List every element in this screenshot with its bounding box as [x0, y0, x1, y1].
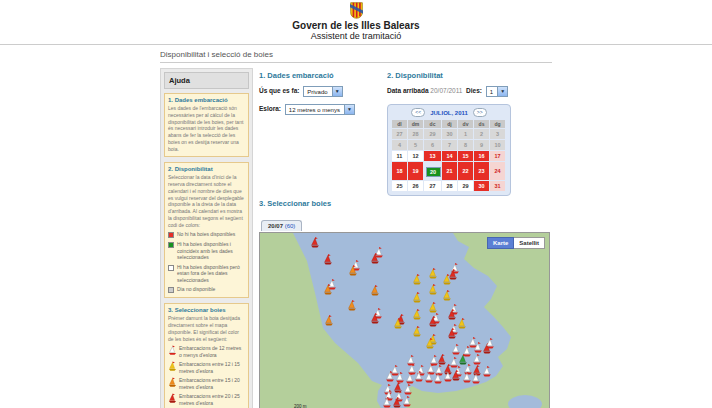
calendar-week: 11121314151617: [392, 151, 505, 161]
calendar-week: 18192021222324: [392, 162, 505, 180]
availability-section: 2. Disponibilitat Data arribada 20/07/20…: [387, 68, 552, 196]
calendar-day-cell[interactable]: 2: [474, 129, 489, 139]
calendar-day-cell[interactable]: 19: [408, 162, 423, 180]
chevron-down-icon: ▼: [497, 87, 507, 96]
legend-item: Embarcacions entre 12 i 15 metres d'eslo…: [168, 361, 245, 374]
calendar-month-title: JULIOL, 2011: [430, 110, 468, 116]
chevron-down-icon: ▼: [332, 87, 342, 96]
calendar-day-cell[interactable]: 5: [408, 140, 423, 150]
calendar-day-cell[interactable]: 21: [442, 162, 457, 180]
calendar-day-cell[interactable]: 6: [424, 140, 441, 150]
calendar-day-cell[interactable]: 29: [458, 181, 473, 191]
site-header: Govern de les Illes Balears Assistent de…: [0, 0, 712, 45]
calendar-color-legend: No hi ha boies disponibles Hi ha boies d…: [168, 231, 245, 293]
calendar-day-cell[interactable]: 4: [392, 140, 407, 150]
legend-item: No hi ha boies disponibles: [168, 231, 245, 238]
calendar-day-cell[interactable]: 8: [458, 140, 473, 150]
usage-select[interactable]: Privado ▼: [303, 86, 342, 97]
boat-icon: [168, 345, 177, 355]
calendar-day-cell[interactable]: 24: [490, 162, 505, 180]
arrival-date-label: Data arribada: [387, 87, 429, 94]
calendar-day-cell[interactable]: 1: [458, 129, 473, 139]
section-title-disponibilitat: 2. Disponibilitat: [387, 71, 552, 80]
calendar-week: 27282930123: [392, 129, 505, 139]
calendar-day-cell[interactable]: 10: [490, 140, 505, 150]
calendar-day-cell[interactable]: 13: [424, 151, 441, 161]
satellite-type-button[interactable]: Satellit: [514, 237, 545, 249]
legend-swatch: [168, 287, 174, 293]
help-section-title: 1. Dades embarcació: [168, 97, 245, 103]
arrival-date-value: 20/07/2011: [430, 87, 462, 94]
legend-item: Embarcacions entre 20 i 25 metres d'eslo…: [168, 393, 245, 406]
buoy-map[interactable]: Karte Satellit Google 200 m 500 ft Karte…: [259, 232, 550, 408]
help-section-title: 3. Seleccionar boies: [168, 307, 245, 313]
calendar-day-cell[interactable]: 16: [474, 151, 489, 161]
map-type-button[interactable]: Karte: [487, 237, 514, 249]
length-select[interactable]: 12 metres o menys ▼: [285, 104, 355, 115]
calendar-week: 45678910: [392, 140, 505, 150]
calendar-day-cell[interactable]: 22: [458, 162, 473, 180]
length-label: Eslora:: [259, 105, 281, 112]
calendar-prev-button[interactable]: <<: [411, 108, 425, 117]
legend-item: Hi ha boies disponibles i coincideix amb…: [168, 241, 245, 261]
coat-of-arms-icon: [350, 2, 363, 19]
legend-swatch: [168, 232, 174, 238]
help-section-disponibilitat: 2. Disponibilitat Seleccionar la data d'…: [164, 162, 249, 298]
boat-icon: [168, 377, 177, 387]
calendar-day-cell[interactable]: 18: [392, 162, 407, 180]
government-title: Govern de les Illes Balears: [0, 20, 712, 31]
calendar-day-cell[interactable]: 20: [426, 167, 441, 177]
map-canvas[interactable]: [260, 233, 549, 408]
calendar-day-cell[interactable]: 15: [458, 151, 473, 161]
map-scale-bar: 200 m 500 ft: [294, 404, 339, 408]
section-title-seleccionar: 3. Seleccionar boies: [259, 199, 552, 208]
calendar-day-cell[interactable]: 30: [442, 129, 457, 139]
help-sidebar: Ajuda 1. Dades embarcació Les dades de l…: [160, 68, 253, 408]
calendar-day-cell[interactable]: 11: [392, 151, 407, 161]
boat-icon: [168, 393, 177, 403]
page-title: Disponibilitat i selecció de boies: [160, 45, 552, 62]
help-section-text: Prémer damunt la boia desitjada directam…: [168, 315, 245, 342]
legend-swatch: [168, 242, 174, 248]
help-section-text: Les dades de l'embarcació són necessàrie…: [168, 105, 245, 152]
calendar-day-header: dc: [424, 120, 441, 128]
calendar-day-cell[interactable]: 3: [490, 129, 505, 139]
app-subtitle: Assistent de tramitació: [0, 31, 712, 41]
calendar-day-cell[interactable]: 30: [474, 181, 489, 191]
calendar-day-header: dv: [458, 120, 473, 128]
calendar-day-cell[interactable]: 31: [490, 181, 505, 191]
chevron-down-icon: ▼: [344, 105, 354, 114]
calendar-day-cell[interactable]: 28: [442, 181, 457, 191]
legend-swatch: [168, 265, 174, 271]
calendar-next-button[interactable]: >>: [473, 108, 487, 117]
main-panel: 1. Dades embarcació Ús que es fa: Privad…: [253, 68, 552, 408]
calendar-day-header: dl: [392, 120, 407, 128]
help-section-boies: 3. Seleccionar boies Prémer damunt la bo…: [164, 303, 249, 408]
calendar-week: 25262728293031: [392, 181, 505, 191]
section-title-dades: 1. Dades embarcació: [259, 71, 387, 80]
help-section-dades: 1. Dades embarcació Les dades de l'embar…: [164, 93, 249, 157]
calendar-day-cell[interactable]: 29: [424, 129, 441, 139]
calendar-day-header: dg: [490, 120, 505, 128]
calendar-day-cell[interactable]: 12: [408, 151, 423, 161]
calendar-day-cell[interactable]: 26: [408, 181, 423, 191]
days-label: Dies:: [466, 87, 482, 94]
calendar-day-cell[interactable]: 23: [474, 162, 489, 180]
map-date-tab[interactable]: 20/07 (60): [261, 220, 302, 231]
legend-item: Embarcacions de 12 metres o menys d'eslo…: [168, 345, 245, 358]
calendar-day-cell[interactable]: 28: [408, 129, 423, 139]
calendar-day-cell[interactable]: 25: [392, 181, 407, 191]
calendar-day-cell[interactable]: 14: [442, 151, 457, 161]
calendar-day-cell[interactable]: 27: [424, 181, 441, 191]
calendar-day-cell[interactable]: 9: [474, 140, 489, 150]
days-select[interactable]: 1 ▼: [486, 86, 508, 97]
calendar-day-cell[interactable]: 27: [392, 129, 407, 139]
buoy-color-legend: Embarcacions de 12 metres o menys d'eslo…: [168, 345, 245, 408]
calendar-day-header: dj: [442, 120, 457, 128]
calendar-day-cell[interactable]: 7: [442, 140, 457, 150]
legend-item: Hi ha boies disponibles però estan fora …: [168, 264, 245, 284]
availability-calendar: << JULIOL, 2011 >> dldmdcdjdvdsdg2728293…: [387, 104, 511, 196]
boat-data-section: 1. Dades embarcació Ús que es fa: Privad…: [259, 68, 387, 196]
calendar-day-cell[interactable]: 17: [490, 151, 505, 161]
legend-item: Dia no disponible: [168, 286, 245, 293]
